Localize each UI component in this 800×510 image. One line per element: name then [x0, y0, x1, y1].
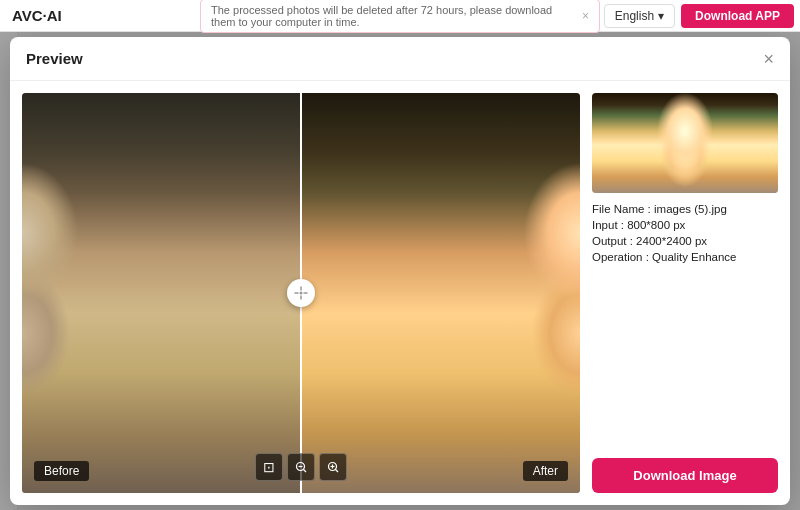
top-bar-actions: English ▾ Download APP [604, 4, 800, 28]
chevron-down-icon: ▾ [658, 9, 664, 23]
after-face [301, 93, 580, 493]
right-panel: File Name : images (5).jpg Input : 800*8… [592, 93, 778, 493]
modal-body: Before After ⊡ [10, 81, 790, 505]
file-name-row: File Name : images (5).jpg [592, 203, 778, 215]
before-face [22, 93, 301, 493]
comparison-container[interactable]: Before After ⊡ [22, 93, 580, 493]
notification-banner: The processed photos will be deleted aft… [200, 0, 600, 33]
before-image [22, 93, 301, 493]
file-name-label: File Name : [592, 203, 654, 215]
top-bar: AVC·AI The processed photos will be dele… [0, 0, 800, 32]
output-row: Output : 2400*2400 px [592, 235, 778, 247]
modal-header: Preview × [10, 37, 790, 81]
label-after: After [523, 461, 568, 481]
divider-line [300, 93, 302, 493]
zoom-fit-button[interactable]: ⊡ [255, 453, 283, 481]
modal-overlay: Preview × [0, 32, 800, 510]
operation-row: Operation : Quality Enhance [592, 251, 778, 263]
zoom-in-icon [327, 461, 339, 473]
input-row: Input : 800*800 px [592, 219, 778, 231]
operation-value: Quality Enhance [652, 251, 736, 263]
modal-close-button[interactable]: × [763, 50, 774, 68]
svg-point-0 [300, 292, 303, 295]
zoom-out-icon [295, 461, 307, 473]
file-name-value: images (5).jpg [654, 203, 727, 215]
preview-modal: Preview × [10, 37, 790, 505]
output-label: Output : [592, 235, 636, 247]
operation-label: Operation : [592, 251, 652, 263]
input-label: Input : [592, 219, 627, 231]
thumbnail-face [592, 93, 778, 193]
file-info: File Name : images (5).jpg Input : 800*8… [592, 203, 778, 263]
svg-line-7 [336, 470, 339, 473]
notification-close-icon[interactable]: × [582, 9, 589, 23]
download-image-button[interactable]: Download Image [592, 458, 778, 493]
language-selector[interactable]: English ▾ [604, 4, 675, 28]
drag-handle-icon [294, 286, 308, 300]
input-value: 800*800 px [627, 219, 685, 231]
modal-title: Preview [26, 50, 83, 67]
divider-handle[interactable] [287, 279, 315, 307]
notification-text: The processed photos will be deleted aft… [211, 4, 576, 28]
thumbnail [592, 93, 778, 193]
zoom-controls: ⊡ [255, 453, 347, 481]
label-before: Before [34, 461, 89, 481]
zoom-out-button[interactable] [287, 453, 315, 481]
output-value: 2400*2400 px [636, 235, 707, 247]
svg-line-3 [304, 470, 307, 473]
download-app-button[interactable]: Download APP [681, 4, 794, 28]
zoom-in-button[interactable] [319, 453, 347, 481]
notification-center: The processed photos will be deleted aft… [200, 0, 600, 33]
background-content: Preview × [0, 32, 800, 510]
after-image [301, 93, 580, 493]
logo: AVC·AI [12, 7, 62, 24]
logo-area: AVC·AI [0, 7, 62, 24]
